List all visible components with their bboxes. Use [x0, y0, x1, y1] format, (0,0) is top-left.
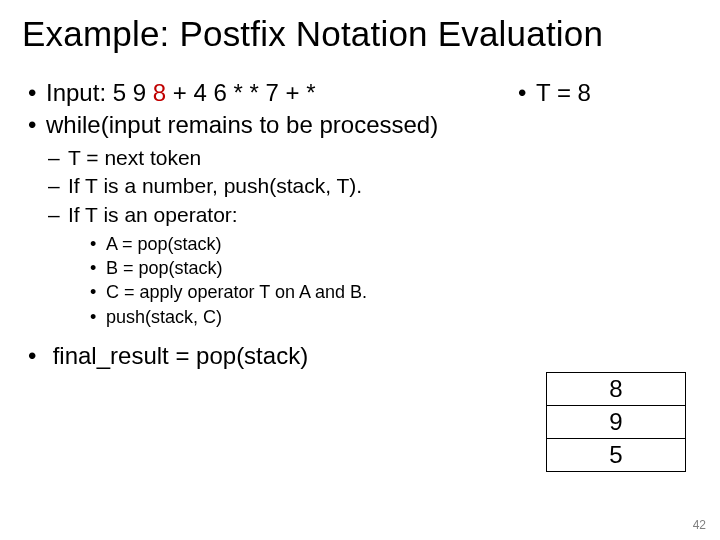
page-number: 42: [693, 518, 706, 532]
input-line: Input: 5 9 8 + 4 6 * * 7 + *: [46, 78, 698, 108]
sub-operator: If T is an operator:: [68, 201, 698, 228]
stack-cell-mid: 9: [547, 406, 686, 439]
input-prefix: Input: 5 9: [46, 79, 153, 106]
sub-next: T = next token: [68, 144, 698, 171]
op-d: push(stack, C): [106, 305, 698, 329]
stack-table: 8 9 5: [546, 372, 686, 472]
input-suffix: + 4 6 * * 7 + *: [166, 79, 315, 106]
op-b: B = pop(stack): [106, 256, 698, 280]
stack-cell-bot: 5: [547, 439, 686, 472]
t-equals: T = 8: [536, 78, 591, 108]
page-title: Example: Postfix Notation Evaluation: [22, 14, 698, 54]
t-column: T = 8: [512, 78, 591, 110]
stack-cell-top: 8: [547, 373, 686, 406]
final-text: final_result = pop(stack): [53, 342, 308, 369]
sub-list: T = next token If T is a number, push(st…: [46, 144, 698, 329]
sub-number: If T is a number, push(stack, T).: [68, 172, 698, 199]
op-c: C = apply operator T on A and B.: [106, 280, 698, 304]
final-line: final_result = pop(stack): [46, 341, 698, 371]
slide: Example: Postfix Notation Evaluation Inp…: [0, 0, 720, 540]
op-a: A = pop(stack): [106, 232, 698, 256]
input-highlight: 8: [153, 79, 166, 106]
while-line: while(input remains to be processed): [46, 110, 698, 140]
main-list: Input: 5 9 8 + 4 6 * * 7 + * while(input…: [22, 78, 698, 371]
op-list: A = pop(stack) B = pop(stack) C = apply …: [68, 232, 698, 329]
